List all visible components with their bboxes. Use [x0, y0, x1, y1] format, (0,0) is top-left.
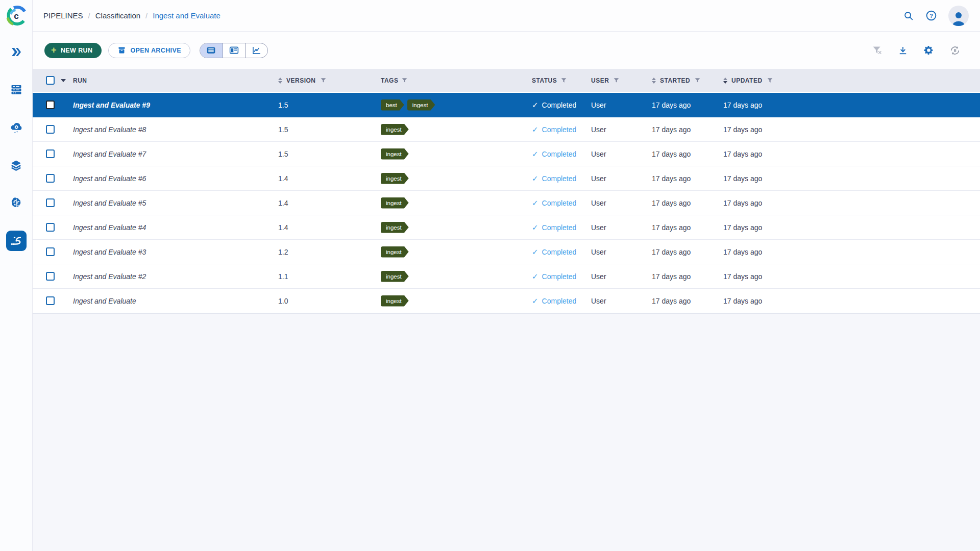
- tag-badge: ingest: [381, 271, 409, 282]
- row-checkbox[interactable]: [46, 149, 55, 158]
- table-view-icon: [206, 45, 216, 56]
- table-row[interactable]: Ingest and Evaluate #7 1.5 ingest ✓ Comp…: [33, 142, 980, 166]
- table-view-toggle[interactable]: [200, 43, 223, 58]
- chart-view-icon: [251, 45, 262, 56]
- sidebar-item-workers[interactable]: [6, 80, 27, 100]
- tag-badge: ingest: [381, 246, 409, 258]
- run-name[interactable]: Ingest and Evaluate #2: [71, 272, 276, 281]
- chevron-down-icon[interactable]: [61, 79, 66, 82]
- new-run-button[interactable]: + NEW RUN: [44, 43, 102, 58]
- filter-icon[interactable]: [401, 77, 408, 84]
- table-row[interactable]: Ingest and Evaluate #9 1.5 bestingest ✓ …: [33, 93, 980, 117]
- pipeline-runs-table-body: Ingest and Evaluate #9 1.5 bestingest ✓ …: [33, 93, 980, 313]
- row-checkbox[interactable]: [46, 125, 55, 134]
- check-icon: ✓: [532, 174, 538, 183]
- sort-icon[interactable]: [652, 78, 656, 84]
- gear-icon: [923, 45, 934, 56]
- breadcrumb-pipelines[interactable]: PIPELINES: [43, 11, 83, 20]
- filter-icon[interactable]: [767, 77, 773, 84]
- run-user: User: [591, 297, 650, 305]
- sidebar-item-models[interactable]: [6, 193, 27, 213]
- run-name[interactable]: Ingest and Evaluate #4: [71, 223, 276, 232]
- tag-badge: ingest: [381, 295, 409, 307]
- run-name[interactable]: Ingest and Evaluate: [71, 297, 276, 305]
- run-started: 17 days ago: [650, 126, 719, 134]
- breadcrumb-project[interactable]: Classification: [95, 11, 140, 20]
- sort-icon[interactable]: [723, 78, 727, 84]
- sidebar-item-projects[interactable]: [6, 42, 27, 62]
- check-icon: ✓: [532, 223, 538, 232]
- check-icon: ✓: [532, 149, 538, 159]
- open-archive-button[interactable]: OPEN ARCHIVE: [108, 43, 190, 58]
- row-checkbox[interactable]: [46, 247, 55, 256]
- pipeline-icon: [10, 234, 23, 247]
- row-checkbox[interactable]: [46, 101, 55, 109]
- row-checkbox[interactable]: [46, 174, 55, 183]
- tag-badge: ingest: [381, 197, 409, 209]
- help-button[interactable]: ?: [925, 10, 937, 21]
- filter-icon[interactable]: [560, 77, 567, 84]
- run-name[interactable]: Ingest and Evaluate #5: [71, 199, 276, 207]
- column-header-user[interactable]: USER: [591, 69, 650, 92]
- table-row[interactable]: Ingest and Evaluate #8 1.5 ingest ✓ Comp…: [33, 117, 980, 142]
- app-logo[interactable]: c: [0, 0, 33, 32]
- run-version: 1.0: [276, 297, 379, 305]
- table-row[interactable]: Ingest and Evaluate #3 1.2 ingest ✓ Comp…: [33, 240, 980, 264]
- column-header-tags[interactable]: TAGS: [379, 69, 531, 92]
- column-header-status[interactable]: STATUS: [531, 69, 591, 92]
- filter-icon[interactable]: [613, 77, 620, 84]
- sidebar-item-serving[interactable]: [6, 117, 27, 138]
- search-button[interactable]: [903, 10, 914, 21]
- filter-icon[interactable]: [694, 77, 701, 84]
- run-status: ✓ Completed: [531, 101, 591, 110]
- toolbar: + NEW RUN OPEN ARCHIVE: [33, 32, 980, 69]
- sidebar-item-datasets[interactable]: [6, 155, 27, 176]
- sidebar-item-pipelines[interactable]: [6, 231, 27, 251]
- run-tags: ingest: [379, 173, 531, 184]
- table-row[interactable]: Ingest and Evaluate 1.0 ingest ✓ Complet…: [33, 289, 980, 313]
- run-updated: 17 days ago: [719, 297, 980, 305]
- filter-icon[interactable]: [320, 77, 327, 84]
- table-row[interactable]: Ingest and Evaluate #5 1.4 ingest ✓ Comp…: [33, 191, 980, 215]
- table-row[interactable]: Ingest and Evaluate #6 1.4 ingest ✓ Comp…: [33, 166, 980, 191]
- run-started: 17 days ago: [650, 248, 719, 256]
- column-header-started[interactable]: STARTED: [650, 69, 719, 92]
- select-all-checkbox[interactable]: [46, 76, 55, 85]
- tag-badge: best: [381, 99, 404, 111]
- help-icon: ?: [925, 10, 937, 21]
- user-avatar[interactable]: [948, 6, 969, 26]
- column-header-run[interactable]: RUN: [71, 69, 276, 92]
- run-name[interactable]: Ingest and Evaluate #8: [71, 126, 276, 134]
- check-icon: ✓: [532, 198, 538, 208]
- breadcrumb: PIPELINES / Classification / Ingest and …: [33, 11, 220, 20]
- chart-view-toggle[interactable]: [245, 43, 267, 58]
- run-name[interactable]: Ingest and Evaluate #6: [71, 174, 276, 183]
- table-row[interactable]: Ingest and Evaluate #2 1.1 ingest ✓ Comp…: [33, 264, 980, 289]
- run-tags: ingest: [379, 271, 531, 282]
- split-view-toggle[interactable]: [223, 43, 245, 58]
- row-checkbox[interactable]: [46, 296, 55, 305]
- auto-refresh-button[interactable]: [949, 45, 961, 56]
- row-checkbox[interactable]: [46, 223, 55, 232]
- clear-filters-button[interactable]: [872, 45, 883, 56]
- run-status: ✓ Completed: [531, 223, 591, 232]
- column-header-version[interactable]: VERSION: [276, 69, 379, 92]
- run-version: 1.4: [276, 174, 379, 183]
- status-label: Completed: [542, 199, 577, 207]
- download-button[interactable]: [898, 45, 908, 56]
- column-header-updated[interactable]: UPDATED: [719, 69, 980, 92]
- run-tags: ingest: [379, 295, 531, 307]
- run-name[interactable]: Ingest and Evaluate #7: [71, 150, 276, 158]
- row-checkbox[interactable]: [46, 272, 55, 281]
- run-name[interactable]: Ingest and Evaluate #9: [71, 101, 276, 109]
- row-checkbox[interactable]: [46, 198, 55, 207]
- run-status: ✓ Completed: [531, 272, 591, 281]
- settings-button[interactable]: [923, 45, 934, 56]
- run-started: 17 days ago: [650, 101, 719, 109]
- check-icon: ✓: [532, 125, 538, 134]
- run-name[interactable]: Ingest and Evaluate #3: [71, 248, 276, 256]
- run-started: 17 days ago: [650, 199, 719, 207]
- sort-icon[interactable]: [278, 78, 282, 84]
- table-row[interactable]: Ingest and Evaluate #4 1.4 ingest ✓ Comp…: [33, 215, 980, 240]
- archive-icon: [117, 46, 126, 55]
